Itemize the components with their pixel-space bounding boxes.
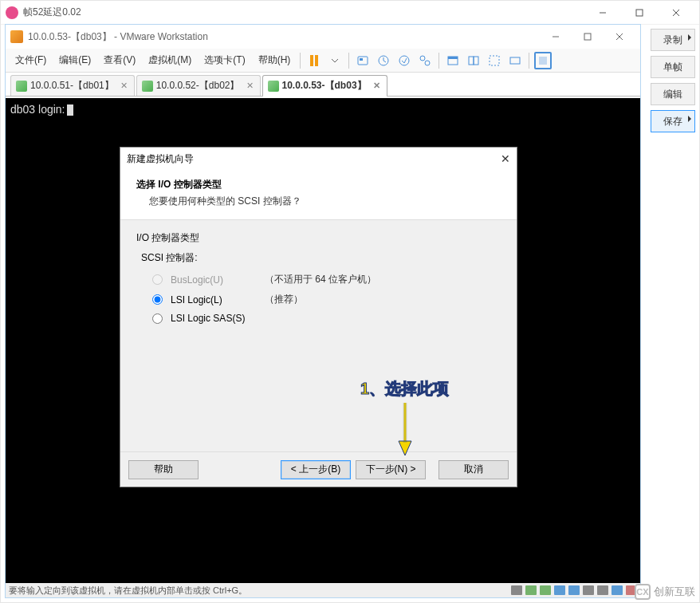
svg-rect-1 — [636, 10, 643, 16]
vm-statusbar: 要将输入定向到该虚拟机，请在虚拟机内部单击或按 Ctrl+G。 — [6, 583, 640, 597]
wizard-close-button[interactable]: ✕ — [501, 152, 510, 165]
recorder-window-controls — [584, 2, 694, 24]
scsi-controller-label: SCSI 控制器: — [141, 251, 501, 265]
thumbnail-icon[interactable] — [486, 52, 503, 69]
toolbar-separator — [348, 53, 349, 69]
toolbar-separator — [438, 53, 439, 69]
vm-tab-icon — [142, 81, 153, 92]
cd-icon[interactable] — [525, 585, 537, 595]
menu-vm[interactable]: 虚拟机(M) — [142, 50, 198, 70]
vm-tab-icon — [16, 81, 27, 92]
console-text: db03 login: — [10, 103, 65, 116]
vm-tab-db02[interactable]: 10.0.0.52-【db02】 ✕ — [136, 75, 261, 96]
radio-lsi-sas-label: LSI Logic SAS(S) — [171, 313, 258, 324]
menu-help[interactable]: 帮助(H) — [252, 50, 297, 70]
snapshot-icon[interactable] — [375, 52, 392, 69]
new-vm-wizard: 新建虚拟机向导 ✕ 选择 I/O 控制器类型 您要使用何种类型的 SCSI 控制… — [120, 147, 517, 487]
toolbar-separator — [300, 53, 301, 69]
send-ctrlaltdel-icon[interactable] — [354, 52, 372, 69]
svg-rect-5 — [584, 34, 591, 40]
radio-lsi-sas-input[interactable] — [152, 313, 163, 324]
svg-rect-16 — [469, 57, 474, 65]
recorder-logo-icon — [6, 6, 18, 19]
tab-label: 10.0.0.53-【db03】 — [282, 79, 367, 93]
radio-lsi[interactable]: LSI Logic(L) （推荐） — [152, 293, 501, 306]
tab-label: 10.0.0.52-【db02】 — [156, 79, 240, 93]
radio-lsi-note: （推荐） — [265, 293, 303, 306]
radio-lsi-sas[interactable]: LSI Logic SAS(S) — [152, 313, 501, 324]
watermark-text: 创新互联 — [654, 585, 695, 599]
svg-rect-15 — [448, 57, 458, 59]
svg-point-11 — [399, 56, 409, 65]
edit-button[interactable]: 编辑 — [651, 83, 695, 105]
network-icon[interactable] — [554, 585, 565, 595]
network2-icon[interactable] — [568, 585, 580, 595]
maximize-button[interactable] — [621, 2, 658, 24]
vmware-titlebar: 10.0.0.53-【db03】 - VMware Workstation — [6, 25, 640, 49]
vm-tabbar: 10.0.0.51-【db01】 ✕ 10.0.0.52-【db02】 ✕ 10… — [6, 73, 640, 97]
tab-close-icon[interactable]: ✕ — [120, 81, 128, 91]
wizard-body: I/O 控制器类型 SCSI 控制器: BusLogic(U) （不适用于 64… — [120, 220, 517, 341]
save-button[interactable]: 保存 — [651, 110, 695, 132]
snapshot-manager-icon[interactable] — [416, 52, 434, 69]
svg-point-12 — [420, 56, 425, 61]
vm-tab-icon — [268, 81, 279, 92]
wizard-header: 选择 I/O 控制器类型 您要使用何种类型的 SCSI 控制器？ — [120, 170, 517, 220]
menu-view[interactable]: 查看(V) — [97, 50, 142, 70]
console-view-icon[interactable] — [534, 52, 552, 69]
single-frame-button[interactable]: 单帧 — [651, 56, 695, 78]
svg-rect-17 — [474, 57, 478, 65]
io-controller-group-label: I/O 控制器类型 — [136, 231, 501, 245]
stretch-icon[interactable] — [506, 52, 524, 69]
record-button[interactable]: 录制 — [651, 29, 695, 51]
status-icons — [511, 585, 637, 595]
unity-icon[interactable] — [465, 52, 482, 69]
svg-rect-9 — [360, 58, 363, 61]
svg-rect-20 — [539, 57, 547, 65]
sound-icon[interactable] — [612, 585, 623, 595]
minimize-button[interactable] — [584, 2, 621, 24]
vmware-window-controls — [540, 26, 635, 48]
vm-close-button[interactable] — [604, 26, 635, 48]
svg-point-13 — [425, 61, 430, 65]
vm-tab-db01[interactable]: 10.0.0.51-【db01】 ✕ — [10, 75, 135, 96]
menu-file[interactable]: 文件(F) — [9, 50, 53, 70]
floppy-icon[interactable] — [540, 585, 551, 595]
wizard-subheading: 您要使用何种类型的 SCSI 控制器？ — [136, 195, 501, 208]
recorder-titlebar: 帧52延迟0.02 — [1, 1, 699, 25]
menu-tabs[interactable]: 选项卡(T) — [198, 50, 251, 70]
vmware-menubar: 文件(F) 编辑(E) 查看(V) 虚拟机(M) 选项卡(T) 帮助(H) — [6, 49, 640, 73]
status-text: 要将输入定向到该虚拟机，请在虚拟机内部单击或按 Ctrl+G。 — [9, 585, 247, 597]
wizard-titlebar[interactable]: 新建虚拟机向导 ✕ — [120, 148, 517, 170]
disk-icon[interactable] — [511, 585, 522, 595]
watermark-icon: CX — [635, 584, 651, 600]
usb-icon[interactable] — [583, 585, 594, 595]
radio-buslogic-label: BusLogic(U) — [171, 274, 258, 286]
vm-tab-db03[interactable]: 10.0.0.53-【db03】 ✕ — [262, 75, 387, 96]
radio-buslogic-input — [152, 274, 163, 285]
menu-edit[interactable]: 编辑(E) — [53, 50, 97, 70]
radio-lsi-label: LSI Logic(L) — [171, 294, 258, 305]
printer-icon[interactable] — [597, 585, 608, 595]
snapshot-revert-icon[interactable] — [395, 52, 413, 69]
recorder-sidebar: 录制 单帧 编辑 保存 — [651, 29, 695, 132]
wizard-next-button[interactable]: 下一步(N) > — [356, 460, 426, 479]
tab-close-icon[interactable]: ✕ — [373, 81, 380, 91]
recorder-title: 帧52延迟0.02 — [23, 6, 584, 19]
pause-icon[interactable] — [305, 52, 323, 69]
radio-buslogic-note: （不适用于 64 位客户机） — [265, 273, 376, 286]
wizard-cancel-button[interactable]: 取消 — [438, 460, 509, 479]
tab-close-icon[interactable]: ✕ — [246, 81, 254, 91]
wizard-help-button[interactable]: 帮助 — [128, 460, 199, 479]
wizard-footer: 帮助 < 上一步(B) 下一步(N) > 取消 — [120, 451, 517, 487]
vm-minimize-button[interactable] — [540, 26, 572, 48]
dropdown-icon[interactable] — [326, 52, 344, 69]
fullscreen-icon[interactable] — [444, 52, 462, 69]
wizard-heading: 选择 I/O 控制器类型 — [136, 178, 501, 191]
vm-maximize-button[interactable] — [572, 26, 604, 48]
radio-lsi-input[interactable] — [152, 294, 163, 305]
svg-rect-18 — [490, 56, 499, 65]
wizard-back-button[interactable]: < 上一步(B) — [281, 460, 351, 479]
close-button[interactable] — [658, 2, 694, 24]
console-caret — [67, 104, 73, 116]
